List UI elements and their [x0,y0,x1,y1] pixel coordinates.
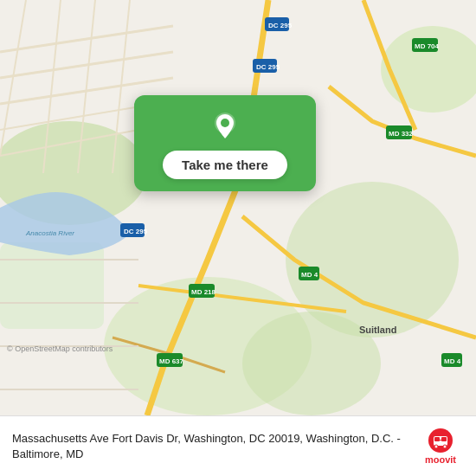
svg-text:Suitland: Suitland [359,325,396,335]
svg-text:MD 4: MD 4 [301,271,318,279]
take-me-there-button[interactable]: Take me there [163,151,287,179]
moovit-logo: moovit [417,428,464,465]
moovit-label: moovit [425,454,456,465]
svg-point-41 [221,119,229,127]
svg-text:DC 295: DC 295 [256,63,280,71]
svg-rect-6 [0,242,104,329]
svg-text:MD 637: MD 637 [159,357,184,365]
copyright-text: © OpenStreetMap contributors [7,344,113,353]
svg-text:MD 704: MD 704 [415,42,440,50]
address-text: Massachusetts Ave Fort Davis Dr, Washing… [12,431,408,461]
svg-text:MD 218: MD 218 [191,288,216,296]
svg-point-47 [443,445,447,448]
map-container: Anacostia River DC 295 DC 295 DC 295 MD … [0,0,476,415]
location-pin-icon [209,111,241,142]
svg-text:DC 295: DC 295 [268,22,293,29]
svg-text:MD 332: MD 332 [389,130,414,138]
svg-rect-44 [434,437,440,441]
svg-text:MD 4: MD 4 [444,357,461,365]
popup-card: Take me there [134,95,316,191]
svg-point-46 [434,445,438,448]
svg-rect-48 [439,440,442,441]
map-svg: Anacostia River DC 295 DC 295 DC 295 MD … [0,0,476,415]
svg-rect-45 [441,437,447,441]
svg-text:Anacostia River: Anacostia River [25,229,74,237]
moovit-bus-icon [428,428,453,453]
svg-text:DC 295: DC 295 [124,228,148,235]
info-bar: Massachusetts Ave Fort Davis Dr, Washing… [0,415,476,476]
